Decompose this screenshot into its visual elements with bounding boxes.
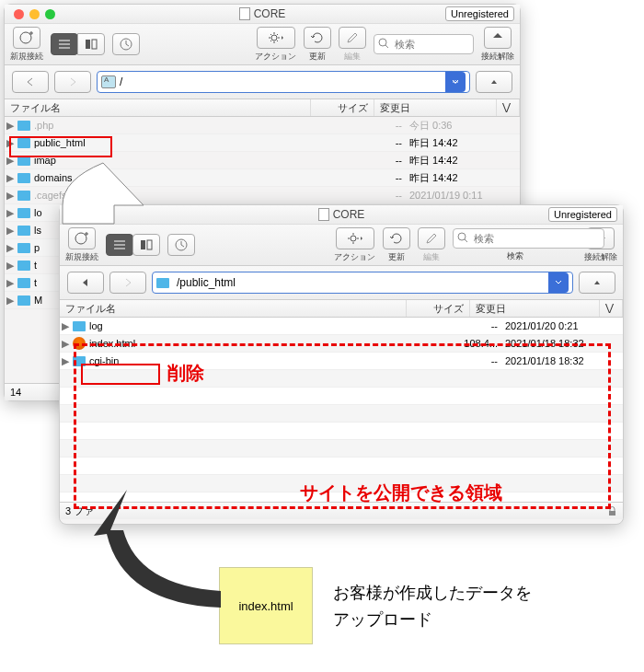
path-dropdown-icon[interactable] — [548, 272, 569, 293]
ftp-window-public-html: CORE Unregistered 新規接続 アクション 更新 編集 検索 接続… — [59, 204, 624, 525]
table-row[interactable]: ▶cgi-bin--2021/01/18 18:32 — [60, 353, 623, 370]
col-name[interactable]: ファイル名 — [60, 300, 407, 317]
titlebar: CORE Unregistered — [5, 5, 520, 24]
folder-icon — [17, 191, 30, 201]
new-connection-button[interactable]: 新規接続 — [65, 227, 98, 263]
svg-rect-2 — [92, 40, 97, 49]
file-name: cgi-bin — [89, 355, 446, 366]
search-input[interactable] — [453, 228, 604, 249]
search-icon — [378, 38, 389, 49]
disclosure-triangle-icon[interactable]: ▶ — [6, 277, 16, 289]
action-button[interactable]: アクション — [255, 27, 296, 63]
table-row[interactable]: ▶index.html108.4...2021/01/18 18:32 — [60, 335, 623, 353]
file-name: log — [89, 320, 446, 331]
disclosure-triangle-icon[interactable]: ▶ — [6, 242, 16, 254]
path-bar: /public_html — [60, 266, 623, 300]
file-size: -- — [351, 155, 406, 166]
file-date: 昨日 14:42 — [406, 136, 520, 150]
disclosure-triangle-icon[interactable]: ▶ — [62, 320, 71, 332]
col-date[interactable]: 変更日 — [470, 300, 600, 317]
disk-icon — [101, 75, 116, 88]
history-button[interactable] — [167, 234, 195, 256]
path-field[interactable]: / — [97, 71, 470, 93]
disclosure-triangle-icon[interactable]: ▶ — [6, 172, 16, 184]
column-view-button[interactable] — [77, 33, 105, 55]
unregistered-badge: Unregistered — [445, 6, 514, 21]
folder-icon — [17, 295, 30, 306]
folder-icon — [17, 226, 30, 236]
disconnect-button[interactable]: 接続解除 — [481, 27, 514, 63]
list-view-button[interactable] — [106, 234, 133, 256]
list-view-button[interactable] — [51, 33, 78, 55]
toolbar: 新規接続 アクション 更新 編集 接続解除 — [5, 24, 520, 65]
disclosure-triangle-icon[interactable]: ▶ — [6, 260, 16, 272]
disclosure-triangle-icon[interactable]: ▶ — [62, 355, 71, 367]
svg-point-4 — [271, 35, 277, 41]
col-size[interactable]: サイズ — [311, 99, 374, 116]
folder-icon — [17, 121, 30, 131]
nav-forward-button[interactable] — [109, 272, 146, 294]
path-dropdown-icon[interactable] — [445, 72, 466, 92]
file-size: -- — [351, 190, 406, 201]
refresh-button[interactable]: 更新 — [304, 27, 331, 63]
svg-point-0 — [20, 32, 31, 43]
highlight-public-html — [9, 136, 112, 157]
folder-icon — [17, 208, 30, 218]
col-size[interactable]: サイズ — [407, 300, 470, 317]
edit-button[interactable]: 編集 — [418, 227, 445, 263]
col-date[interactable]: 変更日 — [374, 99, 497, 116]
nav-up-button[interactable] — [476, 71, 512, 93]
refresh-button[interactable]: 更新 — [383, 227, 410, 263]
clock-icon — [120, 38, 132, 51]
upload-arrow-icon — [83, 484, 230, 622]
history-button[interactable] — [112, 33, 140, 55]
note-file: index.html — [219, 567, 313, 644]
document-icon — [239, 7, 250, 20]
file-size: -- — [351, 120, 406, 131]
col-menu[interactable]: ⋁ — [497, 99, 520, 116]
column-view-button[interactable] — [132, 234, 160, 256]
disclosure-triangle-icon[interactable]: ▶ — [6, 207, 16, 219]
disclosure-triangle-icon[interactable]: ▶ — [6, 225, 16, 237]
disclosure-triangle-icon[interactable]: ▶ — [62, 338, 71, 350]
nav-up-button[interactable] — [579, 272, 615, 294]
toolbar: 新規接続 アクション 更新 編集 検索 接続解除 — [60, 225, 623, 266]
path-bar: / — [5, 65, 520, 99]
folder-icon — [17, 243, 30, 253]
new-connection-button[interactable]: 新規接続 — [10, 27, 43, 63]
search-icon — [457, 232, 468, 243]
disclosure-triangle-icon[interactable]: ▶ — [6, 120, 16, 132]
globe-plus-icon — [18, 29, 35, 46]
file-size: -- — [446, 320, 501, 331]
folder-icon — [17, 261, 30, 271]
lock-icon — [607, 506, 617, 516]
path-field[interactable]: /public_html — [152, 272, 573, 294]
disclosure-triangle-icon[interactable]: ▶ — [6, 190, 16, 202]
nav-forward-button[interactable] — [54, 71, 91, 93]
table-row[interactable]: ▶log--2021/01/20 0:21 — [60, 318, 623, 335]
gear-icon — [268, 31, 284, 44]
action-button[interactable]: アクション — [334, 227, 375, 263]
table-row[interactable]: ▶.php--今日 0:36 — [5, 117, 520, 134]
file-date: 昨日 14:42 — [406, 171, 520, 185]
disclosure-triangle-icon[interactable]: ▶ — [6, 295, 16, 307]
file-size: -- — [351, 172, 406, 183]
file-list: ▶log--2021/01/20 0:21▶index.html108.4...… — [60, 318, 623, 502]
file-size: -- — [351, 137, 406, 148]
nav-back-button[interactable] — [12, 71, 49, 93]
col-menu[interactable]: ⋁ — [600, 300, 623, 317]
folder-icon — [17, 173, 30, 183]
label-delete: 削除 — [167, 361, 204, 386]
nav-back-button[interactable] — [67, 272, 104, 294]
file-date: 2021/01/19 0:11 — [406, 190, 520, 201]
svg-point-5 — [379, 39, 386, 46]
edit-button[interactable]: 編集 — [339, 27, 366, 63]
col-name[interactable]: ファイル名 — [5, 99, 311, 116]
unregistered-badge: Unregistered — [548, 207, 617, 222]
svg-point-10 — [351, 236, 356, 241]
label-public-area: サイトを公開できる領域 — [300, 481, 502, 505]
column-headers: ファイル名 サイズ 変更日 ⋁ — [5, 99, 520, 117]
window-title: CORE — [254, 7, 286, 20]
file-date: 2021/01/18 18:32 — [501, 355, 623, 366]
refresh-icon — [310, 30, 325, 45]
